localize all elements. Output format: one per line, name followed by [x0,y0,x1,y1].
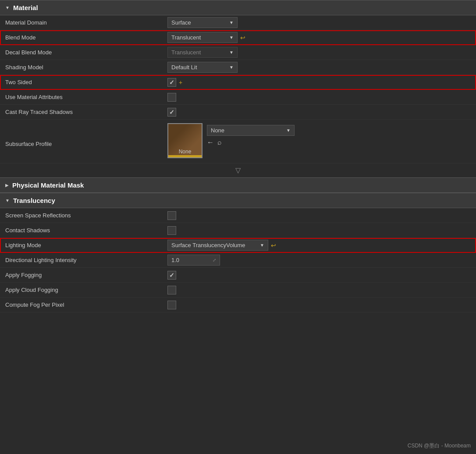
subsurface-back-icon[interactable]: ← [207,138,214,146]
subsurface-controls: None ▼ ← ⌕ [207,123,295,146]
apply-cloud-fogging-control [167,286,471,294]
material-section-title: Material [13,4,38,11]
cast-ray-traced-shadows-checkbox[interactable]: ✓ [167,108,176,117]
subsurface-search-icon[interactable]: ⌕ [217,138,222,146]
screen-space-reflections-row: Screen Space Reflections [0,208,476,223]
apply-fogging-checkmark: ✓ [169,272,174,279]
blend-mode-row: Blend Mode Translucent ▼ ↩ [0,30,476,45]
section-separator: ▽ [0,163,476,177]
decal-blend-mode-row: Decal Blend Mode Translucent ▼ [0,45,476,60]
subsurface-none-dropdown[interactable]: None ▼ [207,125,295,136]
two-sided-checkmark: ✓ [169,79,174,86]
shading-model-dropdown[interactable]: Default Lit ▼ [167,62,238,73]
compute-fog-per-pixel-checkbox[interactable] [167,301,176,309]
contact-shadows-label: Contact Shadows [5,227,167,234]
compute-fog-per-pixel-control [167,301,471,309]
material-domain-control: Surface ▼ [167,17,471,28]
material-domain-arrow: ▼ [229,20,234,25]
material-section-header[interactable]: ▼ Material [0,0,476,15]
use-material-attributes-checkbox[interactable] [167,93,176,102]
cast-ray-traced-shadows-row: Cast Ray Traced Shadows ✓ [0,105,476,120]
lighting-mode-dropdown[interactable]: Surface TranslucencyVolume ▼ [167,240,268,251]
material-domain-label: Material Domain [5,19,167,26]
shading-model-label: Shading Model [5,64,167,71]
subsurface-icon-row: ← ⌕ [207,138,295,146]
decal-blend-mode-arrow: ▼ [229,50,234,55]
directional-lighting-intensity-row: Directional Lighting Intensity 1.0 ⤢ [0,253,476,268]
directional-lighting-intensity-control: 1.0 ⤢ [167,255,471,266]
shading-model-arrow: ▼ [229,65,234,70]
subsurface-profile-label: Subsurface Profile [5,123,167,147]
directional-lighting-intensity-input[interactable]: 1.0 ⤢ [167,255,220,266]
apply-fogging-control: ✓ [167,271,471,280]
directional-lighting-intensity-label: Directional Lighting Intensity [5,257,167,263]
subsurface-profile-row: Subsurface Profile None None ▼ ← ⌕ [0,120,476,163]
compute-fog-per-pixel-label: Compute Fog Per Pixel [5,301,167,308]
two-sided-row: Two Sided ✓ + [0,75,476,90]
apply-fogging-row: Apply Fogging ✓ [0,268,476,283]
lighting-mode-label: Lighting Mode [5,242,167,248]
watermark: CSDN @墨白 - Moonbeam [408,442,471,450]
subsurface-thumbnail-bar [168,155,202,157]
filter-icon: ▽ [235,166,241,174]
two-sided-plus-icon[interactable]: + [179,79,182,86]
lighting-mode-control: Surface TranslucencyVolume ▼ ↩ [167,240,471,251]
compute-fog-per-pixel-row: Compute Fog Per Pixel [0,298,476,312]
blend-mode-dropdown[interactable]: Translucent ▼ [167,32,238,43]
apply-cloud-fogging-row: Apply Cloud Fogging [0,283,476,298]
lighting-mode-reset-icon[interactable]: ↩ [271,242,276,249]
subsurface-thumbnail[interactable]: None [167,123,202,158]
shading-model-row: Shading Model Default Lit ▼ [0,60,476,75]
translucency-section-title: Translucency [13,197,55,204]
apply-fogging-checkbox[interactable]: ✓ [167,271,176,280]
subsurface-dropdown-arrow: ▼ [286,128,291,133]
lighting-mode-arrow: ▼ [260,243,264,248]
decal-blend-mode-label: Decal Blend Mode [5,49,167,56]
cast-ray-traced-shadows-checkmark: ✓ [169,109,174,116]
contact-shadows-row: Contact Shadows [0,223,476,238]
apply-fogging-label: Apply Fogging [5,272,167,278]
two-sided-checkbox[interactable]: ✓ [167,78,176,87]
translucency-collapse-triangle: ▼ [5,198,10,203]
material-domain-row: Material Domain Surface ▼ [0,15,476,30]
blend-mode-arrow: ▼ [229,35,234,40]
screen-space-reflections-control [167,211,471,220]
material-domain-dropdown[interactable]: Surface ▼ [167,17,238,28]
use-material-attributes-row: Use Material Attributes [0,90,476,105]
two-sided-label: Two Sided [5,79,167,85]
material-collapse-triangle: ▼ [5,5,10,10]
directional-lighting-expand-icon: ⤢ [213,258,216,262]
contact-shadows-control [167,226,471,235]
shading-model-control: Default Lit ▼ [167,62,471,73]
use-material-attributes-label: Use Material Attributes [5,94,167,100]
decal-blend-mode-dropdown[interactable]: Translucent ▼ [167,47,238,58]
contact-shadows-checkbox[interactable] [167,226,176,235]
apply-cloud-fogging-label: Apply Cloud Fogging [5,287,167,293]
physical-material-mask-header[interactable]: ▶ Physical Material Mask [0,177,476,193]
decal-blend-mode-control: Translucent ▼ [167,47,471,58]
two-sided-control: ✓ + [167,78,471,87]
translucency-section-header[interactable]: ▼ Translucency [0,193,476,208]
blend-mode-label: Blend Mode [5,34,167,41]
blend-mode-reset-icon[interactable]: ↩ [240,34,245,41]
use-material-attributes-control [167,93,471,102]
cast-ray-traced-shadows-label: Cast Ray Traced Shadows [5,109,167,115]
physical-material-mask-triangle: ▶ [5,183,9,188]
screen-space-reflections-checkbox[interactable] [167,211,176,220]
screen-space-reflections-label: Screen Space Reflections [5,212,167,219]
apply-cloud-fogging-checkbox[interactable] [167,286,176,294]
physical-material-mask-title: Physical Material Mask [12,181,84,189]
blend-mode-control: Translucent ▼ ↩ [167,32,471,43]
lighting-mode-row: Lighting Mode Surface TranslucencyVolume… [0,238,476,253]
cast-ray-traced-shadows-control: ✓ [167,108,471,117]
